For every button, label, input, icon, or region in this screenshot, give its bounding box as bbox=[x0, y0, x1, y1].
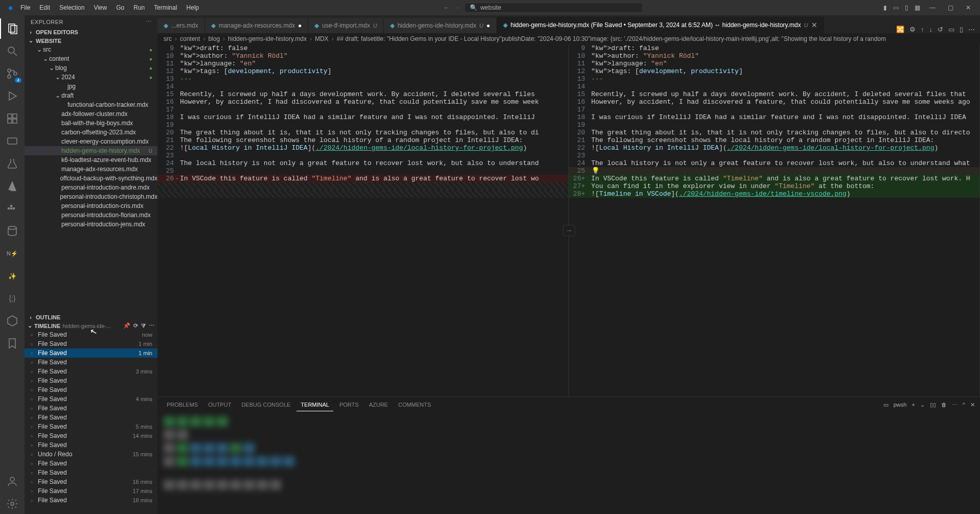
timeline-entry[interactable]: ○File Saved18 mins bbox=[25, 496, 157, 505]
timeline-entry[interactable]: ○File Saved17 mins bbox=[25, 486, 157, 496]
code-line[interactable]: 10"kw">author: "Yannick Rödl" bbox=[569, 52, 980, 60]
timeline-entry[interactable]: ○File Saved1 min bbox=[25, 339, 157, 348]
timeline-entry[interactable]: ○File Saved5 mins bbox=[25, 422, 157, 431]
account-icon[interactable] bbox=[0, 471, 25, 492]
extensions-icon[interactable] bbox=[0, 108, 25, 129]
code-line[interactable]: 11"kw">language: "en" bbox=[569, 60, 980, 67]
compare-icon[interactable]: 🔀 bbox=[896, 26, 904, 33]
command-center[interactable]: 🔍 website bbox=[464, 3, 643, 13]
settings-gear-icon[interactable] bbox=[0, 494, 25, 514]
toggle-panel-icon[interactable]: ▭ bbox=[893, 4, 899, 11]
editor-tab[interactable]: ◆hidden-gems-ide-history.mdx (File Saved… bbox=[497, 17, 824, 33]
sparkle-icon[interactable]: ✨ bbox=[0, 266, 25, 286]
tree-file[interactable]: offcloud-backup-with-syncthing.mdx bbox=[25, 174, 157, 183]
diff-right-pane[interactable]: 9"kw">draft: false10"kw">author: "Yannic… bbox=[569, 44, 981, 396]
code-line[interactable]: 10"kw">author: "Yannick Rödl" bbox=[157, 52, 568, 60]
code-line[interactable]: 19 bbox=[569, 121, 980, 129]
database-icon[interactable] bbox=[0, 221, 25, 241]
code-line[interactable]: 17 bbox=[157, 106, 568, 113]
code-line[interactable]: 24The local history is not only a great … bbox=[569, 159, 980, 167]
breadcrumb-segment[interactable]: MDX bbox=[315, 35, 329, 42]
code-line[interactable]: 11"kw">language: "en" bbox=[157, 60, 568, 67]
explorer-icon[interactable] bbox=[0, 18, 25, 39]
nav-forward-icon[interactable]: → bbox=[454, 4, 460, 11]
menu-selection[interactable]: Selection bbox=[55, 2, 88, 13]
test-icon[interactable] bbox=[0, 153, 25, 174]
tree-file[interactable]: clever-energy-consumption.mdx bbox=[25, 137, 157, 146]
more-icon[interactable]: ⋯ bbox=[149, 322, 154, 329]
open-editors-section[interactable]: ›OPEN EDITORS bbox=[25, 28, 157, 36]
tree-file[interactable]: ball-with-the-big-boys.mdx bbox=[25, 119, 157, 128]
revert-icon[interactable]: ↺ bbox=[938, 26, 943, 33]
tree-folder[interactable]: ⌄src● bbox=[25, 45, 157, 54]
code-line[interactable]: 26In VSCode this feature is called "Time… bbox=[157, 175, 568, 182]
breadcrumb[interactable]: src›content›blog›hidden-gems-ide-history… bbox=[157, 33, 980, 44]
code-line[interactable]: 17 bbox=[569, 106, 980, 113]
code-line[interactable] bbox=[157, 190, 568, 198]
minimize-icon[interactable]: — bbox=[924, 2, 941, 13]
code-line[interactable]: 22![Local History in IntelliJ IDEA](./20… bbox=[157, 144, 568, 152]
terminal-dropdown-icon[interactable]: ⌄ bbox=[920, 402, 925, 408]
code-line[interactable]: 25💡 bbox=[569, 167, 980, 175]
panel-tab-terminal[interactable]: TERMINAL bbox=[297, 399, 333, 411]
terminal-profile-icon[interactable]: ▭ bbox=[883, 402, 888, 408]
prev-change-icon[interactable]: ↑ bbox=[921, 26, 924, 33]
timeline-entry[interactable]: ○File Saved bbox=[25, 459, 157, 468]
docker-icon[interactable] bbox=[0, 198, 25, 219]
panel-tab-comments[interactable]: COMMENTS bbox=[394, 399, 435, 411]
tree-folder[interactable]: ⌄2024● bbox=[25, 73, 157, 82]
split-icon[interactable]: ▭ bbox=[948, 26, 954, 33]
panel-tab-output[interactable]: OUTPUT bbox=[204, 399, 235, 411]
code-line[interactable]: 20The great thing about it is, that it i… bbox=[157, 129, 568, 136]
tree-file[interactable]: personal-introduction-andre.mdx bbox=[25, 183, 157, 192]
timeline-entry[interactable]: ○File Saved bbox=[25, 440, 157, 450]
code-line[interactable]: 20The great thing about it is, that it i… bbox=[569, 129, 980, 136]
customize-layout-icon[interactable]: ▦ bbox=[915, 4, 920, 11]
source-control-icon[interactable]: 4 bbox=[0, 63, 25, 84]
code-line[interactable]: 14 bbox=[569, 83, 980, 90]
tree-file[interactable]: manage-adx-resources.mdx bbox=[25, 165, 157, 174]
tree-folder[interactable]: ⌄content● bbox=[25, 54, 157, 63]
code-line[interactable] bbox=[157, 182, 568, 190]
panel-tab-problems[interactable]: PROBLEMS bbox=[163, 399, 202, 411]
code-line[interactable]: 9"kw">draft: false bbox=[569, 44, 980, 52]
tree-file[interactable]: k6-loadtest-azure-event-hub.mdx bbox=[25, 155, 157, 165]
menu-go[interactable]: Go bbox=[112, 2, 128, 13]
menu-file[interactable]: File bbox=[16, 2, 34, 13]
timeline-entry[interactable]: ○File Saved14 mins bbox=[25, 431, 157, 440]
timeline-entry[interactable]: ○File Saved bbox=[25, 385, 157, 394]
menu-view[interactable]: View bbox=[89, 2, 111, 13]
refresh-icon[interactable]: ⟳ bbox=[133, 322, 138, 329]
outline-section[interactable]: ›OUTLINE bbox=[25, 313, 157, 321]
timeline-entry[interactable]: ○File Saved bbox=[25, 358, 157, 367]
breadcrumb-segment[interactable]: src bbox=[164, 35, 172, 42]
timeline-entry[interactable]: ○File Saved4 mins bbox=[25, 394, 157, 404]
settings-icon[interactable]: ⚙ bbox=[909, 26, 916, 33]
timeline-entry[interactable]: ○Undo / Redo15 mins bbox=[25, 450, 157, 459]
search-icon[interactable] bbox=[0, 41, 25, 61]
breadcrumb-segment[interactable]: blog bbox=[208, 35, 220, 42]
code-line[interactable]: 14 bbox=[157, 83, 568, 90]
toggle-primary-sidebar-icon[interactable]: ▮ bbox=[883, 4, 887, 11]
code-line[interactable]: 23 bbox=[569, 152, 980, 159]
remote-icon[interactable] bbox=[0, 131, 25, 151]
terminal-add-icon[interactable]: + bbox=[911, 402, 915, 408]
code-line[interactable]: 26+In VSCode this feature is called "Tim… bbox=[569, 175, 980, 182]
code-line[interactable]: 15Recently, I screwed up half a days dev… bbox=[157, 90, 568, 98]
code-line[interactable]: 23 bbox=[157, 152, 568, 159]
tree-folder[interactable]: ⌄blog● bbox=[25, 63, 157, 73]
nav-back-icon[interactable]: ← bbox=[444, 4, 450, 11]
breadcrumb-segment[interactable]: hidden-gems-ide-history.mdx bbox=[228, 35, 307, 42]
timeline-entry[interactable]: ○File Saved1 min bbox=[25, 348, 157, 358]
azure-icon[interactable] bbox=[0, 176, 25, 196]
code-line[interactable]: 16However, by accident, I had discovered… bbox=[157, 98, 568, 106]
next-change-icon[interactable]: ↓ bbox=[929, 26, 933, 33]
tree-file[interactable]: personal-introduction-jens.mdx bbox=[25, 220, 157, 229]
panel-tab-azure[interactable]: AZURE bbox=[365, 399, 392, 411]
run-debug-icon[interactable] bbox=[0, 86, 25, 106]
code-line[interactable]: 15Recently, I screwed up half a days dev… bbox=[569, 90, 980, 98]
terminal-body[interactable] bbox=[157, 412, 980, 514]
timeline-entry[interactable]: ○File Saved bbox=[25, 468, 157, 477]
timeline-entry[interactable]: ○File Saved bbox=[25, 376, 157, 385]
maximize-icon[interactable]: ▢ bbox=[943, 2, 959, 13]
